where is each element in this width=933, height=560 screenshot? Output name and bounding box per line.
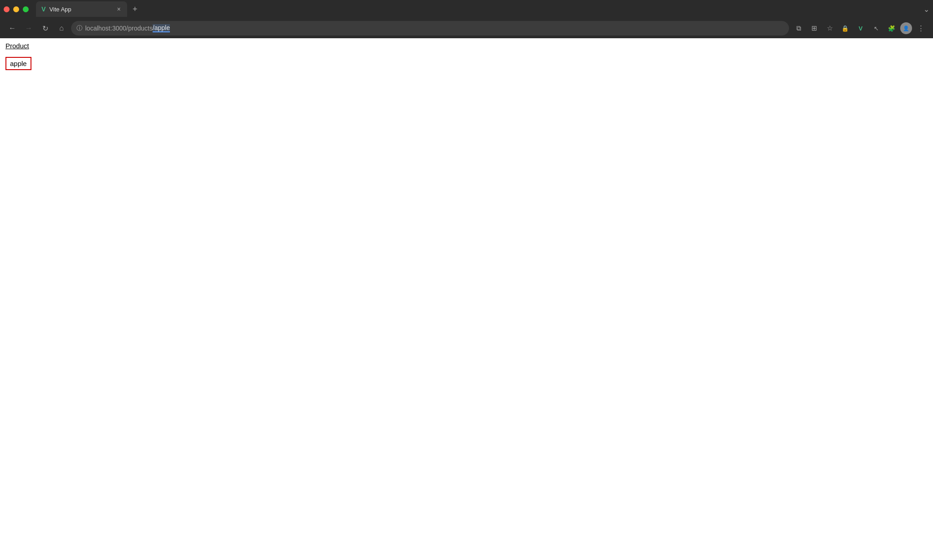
url-normal-part: localhost:3000/products: [85, 25, 153, 32]
extensions-button[interactable]: 🧩: [885, 21, 898, 35]
profile-avatar-button[interactable]: 👤: [900, 22, 912, 34]
tab-bar: V Vite App × + ⌄: [0, 0, 933, 18]
cursor-button[interactable]: ↖: [869, 21, 883, 35]
puzzle-icon: 🧩: [888, 25, 895, 32]
product-link[interactable]: Product: [5, 42, 29, 50]
tab-title: Vite App: [49, 6, 112, 13]
tab-search-icon: ⧉: [796, 24, 801, 32]
forward-button[interactable]: →: [22, 21, 36, 35]
address-bar-container[interactable]: ⓘ localhost:3000/products/apple: [71, 21, 789, 36]
minimize-window-button[interactable]: [13, 6, 19, 12]
tab-favicon-icon: V: [41, 5, 46, 13]
reload-button[interactable]: ↻: [38, 21, 52, 35]
browser-chrome: V Vite App × + ⌄ ← → ↻ ⌂ ⓘ localhost:300…: [0, 0, 933, 38]
nav-right-icons: ⧉ ⊞ ☆ 🔒 V ↖ 🧩 👤 ⋮: [792, 21, 928, 35]
maximize-window-button[interactable]: [23, 6, 29, 12]
reload-icon: ↻: [42, 24, 48, 33]
vpn-icon: 🔒: [841, 25, 849, 32]
more-options-icon: ⋮: [918, 24, 924, 32]
bookmark-icon: ☆: [827, 24, 833, 32]
page-content: Product apple: [0, 38, 933, 560]
address-display: localhost:3000/products/apple: [85, 24, 784, 32]
vite-icon: V: [859, 25, 863, 32]
back-icon: ←: [9, 24, 16, 32]
vite-extension-button[interactable]: V: [854, 21, 867, 35]
tab-bar-expand-icon[interactable]: ⌄: [923, 5, 929, 14]
vpn-button[interactable]: 🔒: [838, 21, 852, 35]
security-info-icon: ⓘ: [77, 24, 82, 32]
tab-close-button[interactable]: ×: [116, 5, 122, 14]
active-tab[interactable]: V Vite App ×: [36, 1, 127, 17]
product-id-badge: apple: [5, 57, 31, 70]
bookmark-button[interactable]: ☆: [823, 21, 836, 35]
cursor-icon: ↖: [874, 25, 879, 32]
home-icon: ⌂: [59, 24, 64, 32]
avatar-image: 👤: [903, 25, 909, 31]
close-window-button[interactable]: [4, 6, 10, 12]
forward-icon: →: [25, 24, 32, 32]
extensions-grid-button[interactable]: ⊞: [807, 21, 821, 35]
more-options-button[interactable]: ⋮: [914, 21, 928, 35]
tab-search-button[interactable]: ⧉: [792, 21, 805, 35]
url-highlight-part: /apple: [153, 24, 170, 32]
extensions-grid-icon: ⊞: [811, 24, 817, 32]
nav-bar: ← → ↻ ⌂ ⓘ localhost:3000/products/apple …: [0, 18, 933, 38]
window-controls: [4, 6, 29, 12]
back-button[interactable]: ←: [5, 21, 19, 35]
home-button[interactable]: ⌂: [55, 21, 68, 35]
new-tab-button[interactable]: +: [129, 3, 141, 16]
